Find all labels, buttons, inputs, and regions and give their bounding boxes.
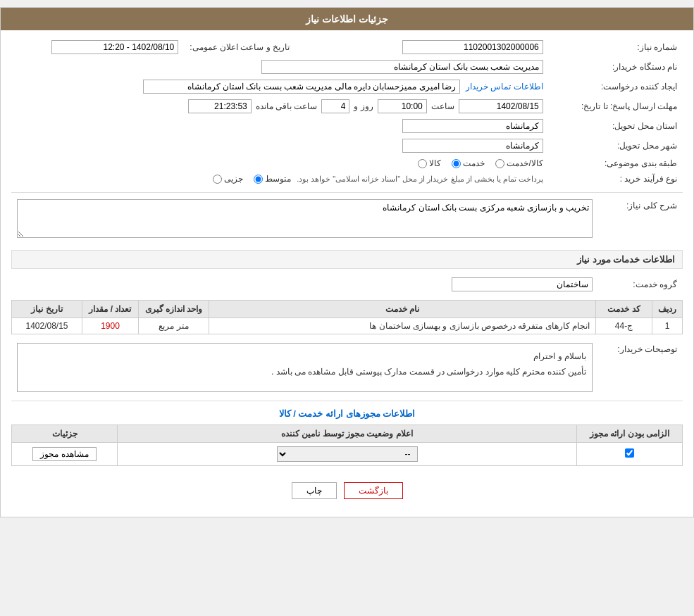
need-desc-label: شرح کلی نیاز: bbox=[598, 196, 683, 243]
row-city: شهر محل تحویل: bbox=[11, 136, 683, 156]
radio-khedmat-label: خدمت bbox=[463, 158, 485, 168]
announce-date-input[interactable] bbox=[51, 40, 178, 54]
col-header-qty: تعداد / مقدار bbox=[82, 301, 139, 318]
content-area: شماره نیاز: تاریخ و ساعت اعلان عمومی: نا… bbox=[1, 30, 693, 517]
radio-mottavaset-input[interactable] bbox=[254, 175, 263, 184]
licenses-section-link[interactable]: اطلاعات مجوزهای ارائه خدمت / کالا bbox=[11, 408, 683, 419]
cell-unit: متر مربع bbox=[139, 318, 209, 334]
footer-buttons: بازگشت چاپ bbox=[11, 472, 683, 510]
page-header: جزئیات اطلاعات نیاز bbox=[1, 8, 693, 30]
deadline-days-input[interactable] bbox=[321, 99, 349, 113]
process-label: نوع فرآیند خرید : bbox=[549, 171, 683, 187]
divider-1 bbox=[11, 192, 683, 193]
need-desc-textarea[interactable]: تخریب و بازسازی شعبه مرکزی بست بانک استا… bbox=[17, 199, 593, 238]
license-details-cell: مشاهده مجوز bbox=[12, 443, 118, 466]
process-note: پرداخت تمام یا بخشی از مبلغ خریدار از مح… bbox=[297, 175, 543, 184]
deadline-time-label: ساعت bbox=[431, 101, 454, 111]
page-wrapper: جزئیات اطلاعات نیاز شماره نیاز: تاریخ و … bbox=[0, 7, 694, 517]
divider-2 bbox=[11, 401, 683, 401]
services-section-header: اطلاعات خدمات مورد نیاز bbox=[11, 250, 683, 269]
service-group-table: گروه خدمت: bbox=[11, 275, 683, 294]
creator-contact-link[interactable]: اطلاعات تماس خریدار bbox=[466, 82, 543, 92]
cell-date: 1402/08/15 bbox=[12, 318, 82, 334]
buyer-desc-line2: تأمین کننده محترم کلیه موارد درخواستی در… bbox=[23, 365, 586, 380]
col-header-required: الزامی بودن ارائه مجوز bbox=[577, 425, 683, 443]
deadline-label: مهلت ارسال پاسخ: تا تاریخ: bbox=[549, 96, 683, 116]
deadline-remaining-input[interactable] bbox=[188, 99, 252, 113]
licenses-header: الزامی بودن ارائه مجوز اعلام وضعیت مجوز … bbox=[12, 425, 683, 443]
need-number-input[interactable] bbox=[402, 40, 543, 54]
deadline-date-input[interactable] bbox=[459, 99, 543, 113]
radio-kala-khedmat-input[interactable] bbox=[495, 159, 504, 168]
radio-joz-input[interactable] bbox=[213, 175, 222, 184]
col-header-num: ردیف bbox=[652, 301, 683, 318]
service-group-label: گروه خدمت: bbox=[598, 275, 683, 294]
creator-input[interactable] bbox=[143, 80, 460, 94]
col-header-status: اعلام وضعیت مجوز توسط نامین کننده bbox=[118, 425, 577, 443]
radio-mottavaset[interactable]: متوسط bbox=[254, 174, 291, 184]
need-number-label: شماره نیاز: bbox=[549, 37, 683, 57]
row-deadline: مهلت ارسال پاسخ: تا تاریخ: ساعت روز و سا… bbox=[11, 96, 683, 116]
license-row: -- مشاهده مجوز bbox=[12, 443, 683, 466]
radio-kala-input[interactable] bbox=[418, 159, 427, 168]
radio-joz[interactable]: جزیی bbox=[213, 174, 243, 184]
radio-joz-label: جزیی bbox=[224, 174, 243, 184]
radio-kala-khedmat[interactable]: کالا/خدمت bbox=[495, 158, 543, 168]
row-need-number: شماره نیاز: تاریخ و ساعت اعلان عمومی: bbox=[11, 37, 683, 57]
services-grid: ردیف کد خدمت نام خدمت واحد اندازه گیری ت… bbox=[11, 300, 683, 334]
category-label: طبقه بندی موضوعی: bbox=[549, 156, 683, 171]
province-label: استان محل تحویل: bbox=[549, 116, 683, 136]
buyer-desc-content: باسلام و احترام تأمین کننده محترم کلیه م… bbox=[17, 343, 593, 392]
buyer-desc-label: توصیحات خریدار: bbox=[598, 340, 683, 395]
radio-khedmat-input[interactable] bbox=[452, 159, 461, 168]
col-header-details: جزئیات bbox=[12, 425, 118, 443]
table-row: 1 ج-44 انجام کارهای متفرقه درخصوص بازساز… bbox=[12, 318, 683, 334]
radio-kala[interactable]: کالا bbox=[418, 158, 441, 168]
cell-code: ج-44 bbox=[596, 318, 652, 334]
license-status-cell: -- bbox=[118, 443, 577, 466]
col-header-unit: واحد اندازه گیری bbox=[139, 301, 209, 318]
creator-row: اطلاعات تماس خریدار bbox=[17, 80, 543, 94]
view-license-button[interactable]: مشاهده مجوز bbox=[32, 447, 96, 461]
radio-khedmat[interactable]: خدمت bbox=[452, 158, 485, 168]
deadline-days-label: روز و bbox=[354, 101, 373, 111]
row-category: طبقه بندی موضوعی: کالا/خدمت خدمت کالا bbox=[11, 156, 683, 171]
city-input[interactable] bbox=[402, 139, 543, 153]
row-creator: ایجاد کننده درخواست: اطلاعات تماس خریدار bbox=[11, 77, 683, 96]
license-required-cell bbox=[577, 443, 683, 466]
row-service-group: گروه خدمت: bbox=[11, 275, 683, 294]
need-desc-table: شرح کلی نیاز: تخریب و بازسازی شعبه مرکزی… bbox=[11, 196, 683, 243]
print-button[interactable]: چاپ bbox=[292, 482, 337, 499]
radio-kala-label: کالا bbox=[429, 158, 441, 168]
announce-label: تاریخ و ساعت اعلان عمومی: bbox=[184, 37, 323, 57]
deadline-time-input[interactable] bbox=[378, 99, 427, 113]
row-need-desc: شرح کلی نیاز: تخریب و بازسازی شعبه مرکزی… bbox=[11, 196, 683, 243]
col-header-code: کد خدمت bbox=[596, 301, 652, 318]
radio-mottavaset-label: متوسط bbox=[265, 174, 291, 184]
back-button[interactable]: بازگشت bbox=[344, 482, 403, 499]
radio-kala-khedmat-label: کالا/خدمت bbox=[507, 158, 543, 168]
process-radio-group: متوسط جزیی bbox=[213, 174, 291, 184]
license-required-checkbox[interactable] bbox=[625, 448, 634, 458]
license-status-select[interactable]: -- bbox=[277, 446, 418, 462]
col-header-date: تاریخ نیاز bbox=[12, 301, 82, 318]
col-header-name: نام خدمت bbox=[209, 301, 596, 318]
cell-name: انجام کارهای متفرقه درخصوص بازسازی و بهس… bbox=[209, 318, 596, 334]
buyer-desc-table: توصیحات خریدار: باسلام و احترام تأمین کن… bbox=[11, 340, 683, 395]
process-row: پرداخت تمام یا بخشی از مبلغ خریدار از مح… bbox=[17, 174, 543, 184]
deadline-row: ساعت روز و ساعت باقی مانده bbox=[17, 99, 543, 113]
row-buyer-org: نام دستگاه خریدار: bbox=[11, 57, 683, 77]
province-input[interactable] bbox=[402, 119, 543, 133]
service-group-input[interactable] bbox=[452, 277, 593, 291]
buyer-org-input[interactable] bbox=[261, 60, 543, 74]
services-grid-header: ردیف کد خدمت نام خدمت واحد اندازه گیری ت… bbox=[12, 301, 683, 318]
main-info-table: شماره نیاز: تاریخ و ساعت اعلان عمومی: نا… bbox=[11, 37, 683, 187]
category-radio-group: کالا/خدمت خدمت کالا bbox=[17, 158, 543, 168]
buyer-desc-line1: باسلام و احترام bbox=[23, 349, 586, 365]
licenses-table: الزامی بودن ارائه مجوز اعلام وضعیت مجوز … bbox=[11, 425, 683, 466]
page-title: جزئیات اطلاعات نیاز bbox=[306, 13, 388, 25]
row-process-type: نوع فرآیند خرید : پرداخت تمام یا بخشی از… bbox=[11, 171, 683, 187]
creator-label: ایجاد کننده درخواست: bbox=[549, 77, 683, 96]
city-label: شهر محل تحویل: bbox=[549, 136, 683, 156]
deadline-remaining-label: ساعت باقی مانده bbox=[256, 101, 318, 111]
